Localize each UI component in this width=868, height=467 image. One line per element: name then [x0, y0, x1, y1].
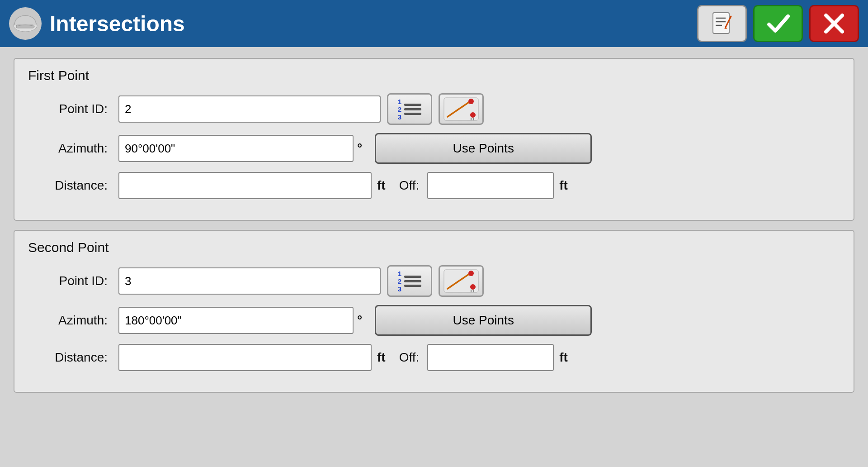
svg-point-18 [468, 271, 474, 276]
svg-point-19 [470, 284, 476, 290]
app-header: Intersections [0, 0, 868, 47]
first-off-unit: ft [554, 178, 573, 193]
second-point-title: Second Point [28, 240, 840, 255]
second-azimuth-input[interactable] [118, 307, 354, 334]
first-off-input[interactable] [427, 172, 554, 199]
second-use-points-button[interactable]: Use Points [375, 305, 592, 336]
first-point-list-button[interactable]: 1 2 3 [387, 93, 432, 125]
second-distance-row: Distance: ft Off: ft [28, 344, 840, 371]
first-distance-row: Distance: ft Off: ft [28, 172, 840, 199]
first-point-id-row: Point ID: 1 2 3 [28, 93, 840, 125]
first-point-id-input[interactable] [118, 95, 381, 123]
second-point-id-input[interactable] [118, 267, 381, 295]
second-azimuth-label: Azimuth: [28, 313, 118, 328]
header-action-buttons [697, 5, 859, 42]
first-point-id-label: Point ID: [28, 102, 118, 116]
second-point-section: Second Point Point ID: 1 2 3 [14, 230, 854, 393]
first-use-points-button[interactable]: Use Points [375, 133, 592, 164]
svg-point-12 [468, 99, 474, 104]
second-point-list-button[interactable]: 1 2 3 [387, 265, 432, 297]
second-off-label: Off: [391, 350, 428, 365]
second-point-id-label: Point ID: [28, 274, 118, 288]
second-distance-input[interactable] [118, 344, 372, 371]
second-off-input[interactable] [427, 344, 554, 371]
cancel-button[interactable] [809, 5, 859, 42]
first-point-plot-button[interactable] [439, 93, 484, 125]
ok-button[interactable] [753, 5, 803, 42]
app-title: Intersections [50, 11, 689, 36]
second-point-id-row: Point ID: 1 2 3 [28, 265, 840, 297]
notes-button[interactable] [697, 5, 747, 42]
first-point-section: First Point Point ID: 1 2 3 [14, 58, 854, 221]
first-azimuth-input[interactable] [118, 135, 354, 162]
second-off-unit: ft [554, 350, 573, 365]
first-azimuth-label: Azimuth: [28, 141, 118, 156]
first-off-label: Off: [391, 178, 428, 193]
main-content: First Point Point ID: 1 2 3 [0, 47, 868, 404]
second-distance-label: Distance: [28, 350, 118, 365]
svg-rect-2 [713, 13, 729, 33]
second-azimuth-degree-symbol: ° [354, 313, 366, 328]
app-logo [9, 7, 42, 40]
second-point-plot-button[interactable] [439, 265, 484, 297]
first-azimuth-row: Azimuth: ° Use Points [28, 133, 840, 164]
first-distance-label: Distance: [28, 178, 118, 193]
first-distance-input[interactable] [118, 172, 372, 199]
second-distance-unit: ft [372, 350, 391, 365]
first-azimuth-degree-symbol: ° [354, 141, 366, 156]
first-distance-unit: ft [372, 178, 391, 193]
second-azimuth-row: Azimuth: ° Use Points [28, 305, 840, 336]
svg-point-13 [470, 112, 476, 118]
first-point-title: First Point [28, 68, 840, 83]
